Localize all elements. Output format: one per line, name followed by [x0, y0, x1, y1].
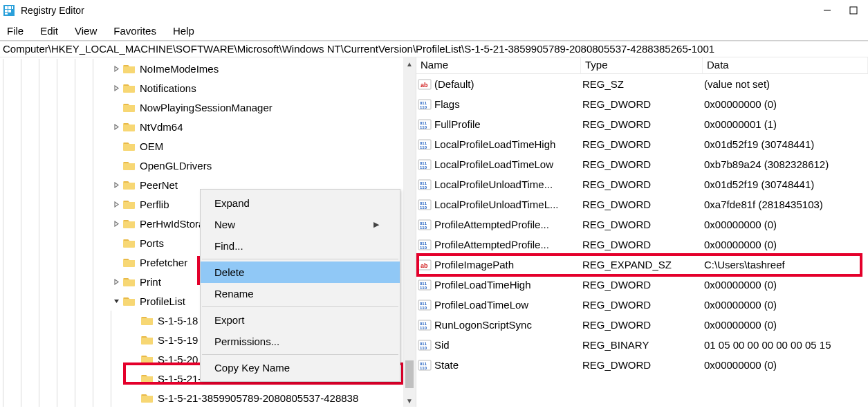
value-data: 0x01d52f19 (30748441) [704, 178, 868, 190]
value-name: ProfileImagePath [434, 259, 514, 270]
menu-view[interactable]: View [72, 24, 100, 38]
value-type: REG_DWORD [582, 118, 704, 130]
value-type: REG_DWORD [582, 199, 704, 210]
value-type: REG_DWORD [582, 158, 704, 170]
list-row[interactable]: ab(Default)REG_SZ(value not set) [416, 74, 868, 94]
svg-text:110: 110 [420, 326, 427, 330]
value-data: (value not set) [704, 78, 868, 90]
svg-rect-8 [850, 7, 857, 14]
svg-text:110: 110 [420, 105, 427, 109]
list-row[interactable]: 011110ProfileAttemptedProfile...REG_DWOR… [416, 235, 868, 255]
svg-text:110: 110 [420, 346, 427, 350]
value-name-cell: abProfileImagePath [418, 258, 582, 272]
list-row[interactable]: 011110RunLogonScriptSyncREG_DWORD0x00000… [416, 315, 868, 335]
value-name-cell: ab(Default) [418, 77, 582, 91]
address-bar[interactable]: Computer\HKEY_LOCAL_MACHINE\SOFTWARE\Mic… [0, 41, 868, 57]
menu-edit[interactable]: Edit [37, 24, 61, 38]
chevron-right-icon[interactable] [111, 82, 122, 93]
scroll-thumb[interactable] [405, 360, 414, 388]
context-menu-item[interactable]: Expand [201, 192, 400, 214]
tree-pane[interactable]: NoImeModeImesNotificationsNowPlayingSess… [0, 57, 416, 407]
tree-item-label: Notifications [140, 82, 201, 94]
chevron-right-icon[interactable] [111, 276, 122, 287]
menu-bar: File Edit View Favorites Help [0, 21, 868, 40]
chevron-right-icon[interactable] [111, 63, 122, 74]
svg-text:ab: ab [421, 82, 428, 89]
tree-item[interactable]: Notifications [0, 78, 416, 98]
list-row[interactable]: 011110ProfileLoadTimeHighREG_DWORD0x0000… [416, 275, 868, 295]
tree-item-label: ProfileList [140, 295, 190, 307]
chevron-right-icon[interactable] [111, 121, 122, 132]
menu-help[interactable]: Help [170, 24, 197, 38]
list-row[interactable]: 011110LocalProfileUnloadTime...REG_DWORD… [416, 174, 868, 194]
value-name: LocalProfileLoadTimeHigh [434, 138, 555, 150]
tree-item[interactable]: OEM [0, 136, 416, 156]
list-row[interactable]: 011110FlagsREG_DWORD0x00000000 (0) [416, 94, 868, 114]
svg-text:110: 110 [420, 165, 427, 169]
svg-rect-3 [12, 6, 13, 9]
list-row[interactable]: 011110ProfileLoadTimeLowREG_DWORD0x00000… [416, 295, 868, 315]
svg-text:110: 110 [420, 145, 427, 149]
tree-item[interactable]: OpenGLDrivers [0, 156, 416, 175]
scroll-down-icon[interactable]: ▼ [403, 394, 416, 407]
value-name-cell: 011110RunLogonScriptSync [418, 318, 582, 332]
value-name: Flags [434, 98, 460, 110]
tree-item[interactable]: NtVdm64 [0, 117, 416, 136]
list-header: Name Type Data [416, 57, 868, 74]
value-type: REG_DWORD [582, 138, 704, 150]
tree-item-label: OpenGLDrivers [140, 160, 216, 172]
tree-scrollbar[interactable]: ▲ ▼ [403, 57, 416, 407]
context-menu-item[interactable]: New▶ [201, 214, 400, 235]
value-data: 0xb7b89a24 (3082328612) [704, 158, 868, 170]
list-row[interactable]: 011110LocalProfileUnloadTimeL...REG_DWOR… [416, 194, 868, 214]
tree-item-label: S-1-5-18 [158, 315, 202, 327]
list-row[interactable]: 011110ProfileAttemptedProfile...REG_DWOR… [416, 214, 868, 235]
context-menu-item[interactable]: Find... [201, 235, 400, 257]
list-row[interactable]: 011110LocalProfileLoadTimeLowREG_DWORD0x… [416, 154, 868, 174]
context-menu-label: Copy Key Name [214, 362, 290, 374]
svg-rect-5 [8, 10, 11, 12]
context-menu-item[interactable]: Permissions... [201, 331, 400, 352]
context-menu-item[interactable]: Rename [201, 283, 400, 304]
col-header-name[interactable]: Name [416, 57, 581, 73]
svg-text:110: 110 [420, 286, 427, 290]
tree-item[interactable]: S-1-5-21-3859905789-2080805537-428838 [0, 388, 416, 407]
context-menu-item[interactable]: Copy Key Name [201, 357, 400, 378]
chevron-down-icon[interactable] [111, 295, 122, 306]
menu-file[interactable]: File [4, 24, 26, 38]
value-data: 0x00000001 (1) [704, 118, 868, 130]
value-name: ProfileAttemptedProfile... [434, 219, 549, 230]
chevron-right-icon[interactable] [111, 179, 122, 190]
value-data: 0xa7fde81f (2818435103) [704, 199, 868, 210]
value-data: 01 05 00 00 00 00 00 05 15 [704, 339, 868, 351]
context-menu-label: Find... [214, 240, 243, 252]
value-name: ProfileLoadTimeLow [434, 299, 528, 311]
tree-item[interactable]: NowPlayingSessionManager [0, 98, 416, 117]
list-row[interactable]: 011110LocalProfileLoadTimeHighREG_DWORD0… [416, 134, 868, 154]
list-row[interactable]: 011110SidREG_BINARY01 05 00 00 00 00 00 … [416, 335, 868, 355]
context-menu-item[interactable]: Delete [201, 261, 400, 283]
col-header-data[interactable]: Data [703, 57, 868, 73]
value-data: 0x01d52f19 (30748441) [704, 138, 868, 150]
list-row[interactable]: abProfileImagePathREG_EXPAND_SZC:\Users\… [416, 255, 868, 275]
scroll-up-icon[interactable]: ▲ [403, 57, 416, 70]
value-name: LocalProfileLoadTimeLow [434, 158, 553, 170]
list-row[interactable]: 011110StateREG_DWORD0x00000000 (0) [416, 355, 868, 375]
value-name: FullProfile [434, 118, 481, 130]
maximize-button[interactable] [847, 4, 860, 17]
value-data: 0x00000000 (0) [704, 319, 868, 331]
list-row[interactable]: 011110FullProfileREG_DWORD0x00000001 (1) [416, 114, 868, 134]
svg-rect-2 [8, 6, 11, 9]
menu-favorites[interactable]: Favorites [111, 24, 159, 38]
col-header-type[interactable]: Type [581, 57, 703, 73]
tree-item-label: NtVdm64 [140, 121, 187, 133]
minimize-button[interactable] [821, 4, 833, 17]
context-menu-separator [202, 306, 398, 307]
chevron-right-icon[interactable] [111, 218, 122, 229]
tree-item-label: Print [140, 276, 165, 288]
chevron-right-icon[interactable] [111, 199, 122, 210]
context-menu-item[interactable]: Export [201, 309, 400, 331]
context-menu: ExpandNew▶Find...DeleteRenameExportPermi… [200, 189, 400, 382]
tree-item[interactable]: NoImeModeImes [0, 59, 416, 78]
list-pane[interactable]: Name Type Data ab(Default)REG_SZ(value n… [416, 57, 868, 407]
